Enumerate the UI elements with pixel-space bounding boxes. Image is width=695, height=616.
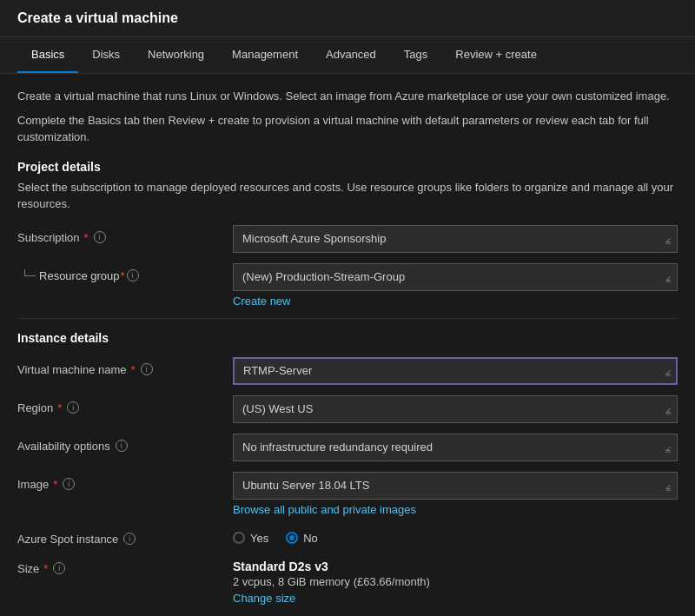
- spot-instance-yes-option[interactable]: Yes: [233, 532, 268, 545]
- section-divider: [17, 318, 678, 319]
- spot-instance-label: Azure Spot instance: [17, 533, 118, 546]
- image-control: Ubuntu Server 18.04 LTS ⦤ Browse all pub…: [233, 472, 678, 516]
- instance-details-title: Instance details: [17, 331, 678, 345]
- spot-instance-label-col: Azure Spot instance i: [17, 527, 226, 546]
- tab-basics[interactable]: Basics: [17, 37, 78, 73]
- section-project-details: Project details Select the subscription …: [17, 160, 678, 308]
- vm-name-info-icon[interactable]: i: [141, 363, 153, 375]
- spot-instance-yes-radio-icon: [233, 532, 245, 544]
- image-required-star: *: [53, 478, 57, 491]
- subscription-label-col: Subscription * i: [17, 225, 226, 244]
- resource-group-label-col: └─ Resource group * i: [17, 263, 226, 282]
- region-dropdown-wrapper: (US) West US ⦤: [233, 395, 678, 423]
- image-label-col: Image * i: [17, 472, 226, 491]
- availability-control: No infrastructure redundancy required ⦤: [233, 434, 678, 461]
- size-name: Standard D2s v3: [233, 560, 678, 573]
- region-select[interactable]: (US) West US: [233, 395, 678, 423]
- resource-group-control: (New) Production-Stream-Group ⦤ Create n…: [233, 263, 678, 308]
- size-control: Standard D2s v3 2 vcpus, 8 GiB memory (£…: [233, 556, 678, 605]
- region-label-col: Region * i: [17, 395, 226, 414]
- spot-instance-no-radio-icon: [286, 532, 298, 544]
- subscription-row: Subscription * i Microsoft Azure Sponsor…: [17, 225, 678, 253]
- subscription-label: Subscription: [17, 231, 80, 244]
- image-dropdown-wrapper: Ubuntu Server 18.04 LTS ⦤: [233, 472, 678, 500]
- vm-name-label-col: Virtual machine name * i: [17, 357, 226, 376]
- size-label-col: Size * i: [17, 556, 226, 575]
- subscription-required-star: *: [84, 231, 89, 244]
- spot-instance-row: Azure Spot instance i Yes No: [17, 527, 678, 546]
- tab-bar: Basics Disks Networking Management Advan…: [0, 37, 695, 74]
- subscription-info-icon[interactable]: i: [94, 231, 106, 243]
- subscription-dropdown-wrapper: Microsoft Azure Sponsorship ⦤: [233, 225, 678, 253]
- region-row: Region * i (US) West US ⦤: [17, 395, 678, 423]
- resource-group-row: └─ Resource group * i (New) Production-S…: [17, 263, 678, 308]
- resource-group-info-icon[interactable]: i: [127, 269, 139, 282]
- spot-instance-control: Yes No: [233, 527, 678, 545]
- image-info-icon[interactable]: i: [63, 478, 75, 490]
- subscription-control: Microsoft Azure Sponsorship ⦤: [233, 225, 678, 253]
- availability-info-icon[interactable]: i: [116, 440, 128, 452]
- project-details-title: Project details: [17, 160, 678, 174]
- subscription-select[interactable]: Microsoft Azure Sponsorship: [233, 225, 678, 253]
- tree-connector-icon: └─: [21, 269, 36, 282]
- availability-row: Availability options i No infrastructure…: [17, 434, 678, 461]
- availability-label: Availability options: [17, 440, 110, 453]
- spot-instance-info-icon[interactable]: i: [123, 533, 136, 545]
- vm-name-required-star: *: [131, 363, 136, 376]
- page-title: Create a virtual machine: [17, 10, 678, 26]
- spot-instance-radio-group: Yes No: [233, 527, 678, 545]
- image-label: Image: [17, 478, 49, 491]
- resource-group-select[interactable]: (New) Production-Stream-Group: [233, 263, 678, 291]
- vm-name-row: Virtual machine name * i RTMP-Server ⦤: [17, 357, 678, 385]
- description-line2: Complete the Basics tab then Review + cr…: [17, 112, 678, 146]
- size-row: Size * i Standard D2s v3 2 vcpus, 8 GiB …: [17, 556, 678, 605]
- spot-instance-no-label: No: [303, 532, 318, 545]
- vm-name-label: Virtual machine name: [17, 363, 127, 376]
- tab-networking[interactable]: Networking: [134, 37, 218, 73]
- vm-name-dropdown-wrapper: RTMP-Server ⦤: [233, 357, 678, 385]
- availability-select[interactable]: No infrastructure redundancy required: [233, 434, 678, 461]
- resource-group-label: Resource group: [39, 269, 120, 282]
- availability-label-col: Availability options i: [17, 434, 226, 453]
- create-new-link[interactable]: Create new: [233, 295, 678, 308]
- region-info-icon[interactable]: i: [67, 401, 79, 414]
- tab-disks[interactable]: Disks: [78, 37, 134, 73]
- resource-group-required-star: *: [121, 269, 125, 282]
- size-info-icon[interactable]: i: [53, 562, 65, 574]
- size-detail: 2 vcpus, 8 GiB memory (£63.66/month): [233, 575, 678, 588]
- image-row: Image * i Ubuntu Server 18.04 LTS ⦤ Brow…: [17, 472, 678, 516]
- tab-tags[interactable]: Tags: [390, 37, 441, 73]
- section-instance-details: Instance details Virtual machine name * …: [17, 331, 678, 605]
- region-required-star: *: [57, 401, 62, 414]
- change-size-link[interactable]: Change size: [233, 592, 678, 605]
- size-label: Size: [17, 562, 39, 575]
- spot-instance-yes-label: Yes: [250, 532, 268, 545]
- size-info-block: Standard D2s v3 2 vcpus, 8 GiB memory (£…: [233, 556, 678, 605]
- spot-instance-no-option[interactable]: No: [286, 532, 318, 545]
- browse-images-link[interactable]: Browse all public and private images: [233, 503, 678, 516]
- vm-name-select[interactable]: RTMP-Server: [233, 357, 678, 385]
- tab-advanced[interactable]: Advanced: [312, 37, 390, 73]
- project-details-subtitle: Select the subscription to manage deploy…: [17, 179, 678, 213]
- image-select[interactable]: Ubuntu Server 18.04 LTS: [233, 472, 678, 500]
- description-line1: Create a virtual machine that runs Linux…: [17, 88, 678, 105]
- tab-review-create[interactable]: Review + create: [441, 37, 551, 73]
- resource-group-dropdown-wrapper: (New) Production-Stream-Group ⦤: [233, 263, 678, 291]
- region-control: (US) West US ⦤: [233, 395, 678, 423]
- page-title-bar: Create a virtual machine: [0, 0, 695, 37]
- vm-name-control: RTMP-Server ⦤: [233, 357, 678, 385]
- tab-management[interactable]: Management: [218, 37, 312, 73]
- region-label: Region: [17, 401, 53, 414]
- availability-dropdown-wrapper: No infrastructure redundancy required ⦤: [233, 434, 678, 461]
- size-required-star: *: [43, 562, 48, 575]
